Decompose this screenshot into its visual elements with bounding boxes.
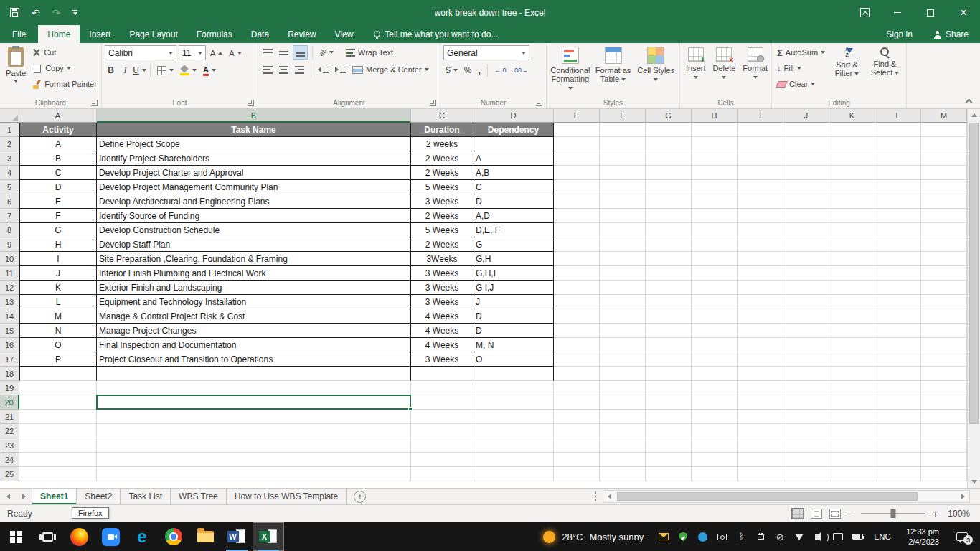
cell-I5[interactable]	[738, 180, 783, 194]
cell-C11[interactable]: 3 Weeks	[411, 266, 473, 281]
cell-K7[interactable]	[829, 209, 875, 223]
cell-I1[interactable]	[738, 123, 783, 137]
cell-E22[interactable]	[554, 424, 600, 438]
cell-M1[interactable]	[921, 123, 967, 137]
underline-button[interactable]: U	[133, 63, 146, 77]
column-header-D[interactable]: D	[473, 109, 554, 123]
cell-C3[interactable]: 2 Weeks	[411, 151, 473, 166]
cell-E9[interactable]	[554, 237, 600, 252]
cell-G7[interactable]	[646, 209, 692, 223]
cell-B24[interactable]	[97, 453, 411, 467]
cell-H11[interactable]	[692, 266, 738, 281]
cell-A6[interactable]: E	[19, 194, 97, 209]
cell-E18[interactable]	[554, 367, 600, 381]
row-header-3[interactable]: 3	[0, 151, 19, 166]
row-header-9[interactable]: 9	[0, 237, 19, 252]
cell-A22[interactable]	[19, 424, 97, 438]
cell-K8[interactable]	[829, 223, 875, 237]
cell-H10[interactable]	[692, 252, 738, 266]
cell-K12[interactable]	[829, 281, 875, 295]
tab-insert[interactable]: Insert	[80, 25, 120, 43]
cell-J1[interactable]	[783, 123, 829, 137]
cell-L22[interactable]	[875, 424, 921, 438]
cell-C13[interactable]: 3 Weeks	[411, 295, 473, 309]
cell-M2[interactable]	[921, 137, 967, 151]
task-view-button[interactable]	[32, 522, 63, 551]
tab-formulas[interactable]: Formulas	[187, 25, 242, 43]
row-header-8[interactable]: 8	[0, 223, 19, 237]
decrease-decimal-button[interactable]: .00→	[511, 63, 531, 77]
cell-L8[interactable]	[875, 223, 921, 237]
cell-A21[interactable]	[19, 410, 97, 424]
cell-J8[interactable]	[783, 223, 829, 237]
new-sheet-button[interactable]: +	[354, 491, 366, 503]
cell-A20[interactable]	[19, 395, 97, 410]
cell-E8[interactable]	[554, 223, 600, 237]
cell-L24[interactable]	[875, 453, 921, 467]
cell-H18[interactable]	[692, 367, 738, 381]
cell-A14[interactable]: M	[19, 309, 97, 324]
cell-A2[interactable]: A	[19, 137, 97, 151]
cell-H16[interactable]	[692, 338, 738, 352]
cell-C24[interactable]	[411, 453, 473, 467]
cell-A13[interactable]: L	[19, 295, 97, 309]
fill-handle[interactable]	[408, 407, 413, 411]
cell-D11[interactable]: G,H,I	[473, 266, 554, 281]
cell-K3[interactable]	[829, 151, 875, 166]
cell-F24[interactable]	[600, 453, 646, 467]
cell-J23[interactable]	[783, 438, 829, 453]
cell-M5[interactable]	[921, 180, 967, 194]
scroll-up-button[interactable]	[968, 109, 980, 121]
mail-icon[interactable]	[656, 533, 671, 540]
cell-G5[interactable]	[646, 180, 692, 194]
paste-button[interactable]: Paste	[3, 45, 29, 85]
row-header-5[interactable]: 5	[0, 180, 19, 194]
camera-icon[interactable]	[715, 534, 729, 540]
insert-cells-button[interactable]: Insert	[683, 45, 709, 83]
merge-center-button[interactable]: Merge & Center	[350, 62, 431, 77]
firefox-taskbar-button[interactable]	[63, 522, 95, 551]
tab-file[interactable]: File	[0, 25, 38, 43]
cell-F7[interactable]	[600, 209, 646, 223]
row-header-15[interactable]: 15	[0, 324, 19, 338]
cell-A9[interactable]: H	[19, 237, 97, 252]
cell-K5[interactable]	[829, 180, 875, 194]
page-break-view-button[interactable]	[829, 509, 841, 519]
cell-B21[interactable]	[97, 410, 411, 424]
column-header-E[interactable]: E	[554, 109, 600, 123]
cell-K16[interactable]	[829, 338, 875, 352]
horizontal-scrollbar[interactable]	[603, 490, 970, 503]
cell-F4[interactable]	[600, 166, 646, 180]
cell-J7[interactable]	[783, 209, 829, 223]
cell-G18[interactable]	[646, 367, 692, 381]
cell-K4[interactable]	[829, 166, 875, 180]
cell-I13[interactable]	[738, 295, 783, 309]
collapse-ribbon-button[interactable]	[966, 99, 973, 106]
cell-M20[interactable]	[921, 395, 967, 410]
row-header-13[interactable]: 13	[0, 295, 19, 309]
align-center-button[interactable]	[277, 62, 291, 77]
row-header-11[interactable]: 11	[0, 266, 19, 281]
clock[interactable]: 12:33 pm 2/4/2023	[900, 527, 945, 547]
cell-J11[interactable]	[783, 266, 829, 281]
cell-I18[interactable]	[738, 367, 783, 381]
cell-B11[interactable]: Interior Finish Plumbing and Electrical …	[97, 266, 411, 281]
cell-L17[interactable]	[875, 352, 921, 367]
cell-C7[interactable]: 2 Weeks	[411, 209, 473, 223]
row-header-14[interactable]: 14	[0, 309, 19, 324]
cell-C16[interactable]: 4 Weeks	[411, 338, 473, 352]
word-taskbar-button[interactable]: W	[221, 522, 253, 551]
row-header-12[interactable]: 12	[0, 281, 19, 295]
accounting-format-button[interactable]: $	[443, 63, 460, 77]
cell-L7[interactable]	[875, 209, 921, 223]
cell-E21[interactable]	[554, 410, 600, 424]
sort-filter-button[interactable]: AZSort & Filter	[829, 45, 865, 79]
row-header-20[interactable]: 20	[0, 395, 19, 410]
cell-D18[interactable]	[473, 367, 554, 381]
horizontal-scrollbar-thumb[interactable]	[617, 492, 918, 501]
antivirus-shield-icon[interactable]	[676, 532, 690, 542]
cell-C15[interactable]: 4 Weeks	[411, 324, 473, 338]
cell-B3[interactable]: Identify Project Shareholders	[97, 151, 411, 166]
row-header-7[interactable]: 7	[0, 209, 19, 223]
cell-B10[interactable]: Site Preparation ,Clearing, Foundation &…	[97, 252, 411, 266]
